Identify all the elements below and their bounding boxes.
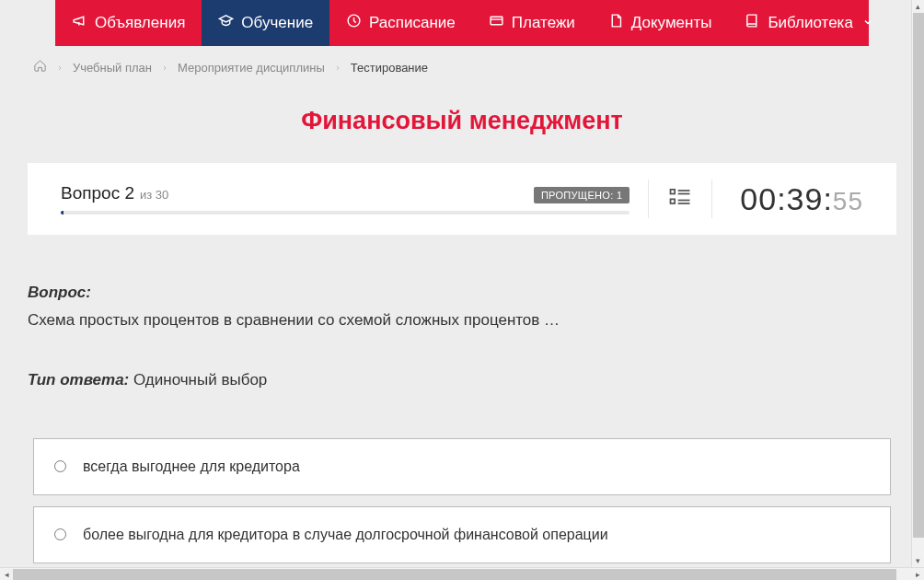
chevron-down-icon	[860, 14, 873, 32]
nav-documents[interactable]: Документы	[592, 0, 729, 46]
answer-option[interactable]: всегда выгоднее для кредитора	[33, 438, 891, 495]
timer-seconds: 55	[833, 187, 863, 216]
nav-label: Библиотека	[768, 14, 852, 32]
question-prompt-label: Вопрос:	[28, 281, 896, 305]
doc-icon	[608, 13, 624, 33]
list-icon	[667, 184, 693, 214]
nav-label: Расписание	[369, 14, 456, 32]
clock-icon	[346, 13, 362, 33]
breadcrumb: Учебный план Мероприятие дисциплины Тест…	[28, 46, 896, 84]
vertical-scrollbar[interactable]: ▴ ▾	[911, 0, 924, 567]
svg-rect-2	[671, 190, 676, 194]
scroll-down-arrow-icon[interactable]: ▾	[916, 554, 920, 567]
nav-learning[interactable]: Обучение	[202, 0, 329, 46]
chevron-right-icon	[334, 61, 341, 75]
question-number: Вопрос 2	[61, 183, 134, 203]
breadcrumb-current: Тестирование	[351, 61, 428, 75]
nav-label: Объявления	[95, 14, 185, 32]
skipped-badge: ПРОПУЩЕНО: 1	[534, 187, 629, 203]
nav-library[interactable]: Библиотека	[728, 0, 889, 46]
answer-options: всегда выгоднее для кредитора более выго…	[28, 438, 896, 581]
scroll-up-arrow-icon[interactable]: ▴	[916, 0, 920, 13]
question-prompt-text: Схема простых процентов в сравнении со с…	[28, 308, 896, 332]
chevron-right-icon	[161, 61, 168, 75]
radio-input[interactable]	[54, 460, 66, 472]
question-block: Вопрос: Схема простых процентов в сравне…	[28, 281, 896, 580]
chevron-right-icon	[56, 61, 64, 75]
bullhorn-icon	[72, 13, 87, 33]
nav-payments[interactable]: Платежи	[472, 0, 592, 46]
home-icon[interactable]	[33, 59, 47, 75]
answer-type-value: Одиночный выбор	[129, 371, 267, 389]
option-text: более выгодна для кредитора в случае дол…	[83, 524, 608, 546]
question-total: из 30	[140, 188, 168, 202]
nav-announcements[interactable]: Объявления	[55, 0, 202, 46]
nav-schedule[interactable]: Расписание	[329, 0, 472, 46]
scrollbar-thumb[interactable]	[913, 13, 924, 538]
timer: 00:39:55	[740, 181, 863, 217]
nav-label: Платежи	[512, 14, 575, 32]
status-bar: Вопрос 2 из 30 ПРОПУЩЕНО: 1 00:39:55	[28, 163, 896, 235]
radio-input[interactable]	[54, 528, 66, 540]
breadcrumb-link[interactable]: Учебный план	[73, 61, 152, 75]
progress-bar	[61, 211, 629, 215]
book-icon	[745, 13, 760, 33]
page-title: Финансовый менеджмент	[28, 84, 896, 163]
option-text: всегда выгоднее для кредитора	[83, 456, 300, 478]
nav-label: Обучение	[241, 14, 313, 32]
card-icon	[489, 13, 504, 33]
scroll-left-arrow-icon[interactable]: ◂	[0, 570, 13, 579]
timer-main: 00:39:	[740, 181, 833, 217]
nav-label: Документы	[631, 14, 712, 32]
answer-type-label: Тип ответа:	[28, 371, 129, 389]
svg-rect-1	[491, 17, 502, 25]
question-progress: Вопрос 2 из 30 ПРОПУЩЕНО: 1	[61, 183, 629, 215]
svg-rect-3	[671, 199, 676, 203]
question-list-button[interactable]	[648, 180, 712, 218]
scrollbar-thumb[interactable]	[13, 569, 896, 580]
answer-option[interactable]: более выгодна для кредитора в случае дол…	[33, 506, 891, 563]
main-nav: Объявления Обучение Расписание Платежи	[55, 0, 869, 46]
breadcrumb-link[interactable]: Мероприятие дисциплины	[178, 61, 325, 75]
horizontal-scrollbar[interactable]: ◂ ▸	[0, 567, 924, 580]
scroll-right-arrow-icon[interactable]: ▸	[911, 570, 924, 579]
grad-cap-icon	[218, 13, 234, 33]
